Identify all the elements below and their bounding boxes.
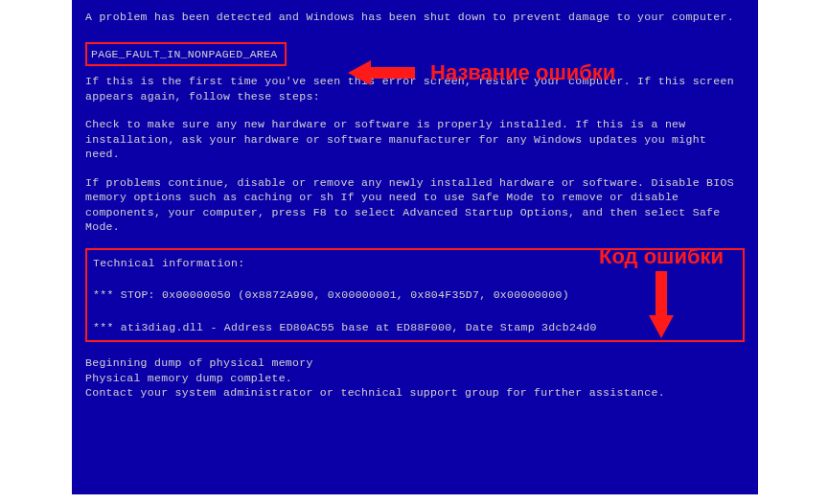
memory-dump-line-2: Physical memory dump complete. (85, 371, 745, 386)
annotation-error-code-label: Код ошибки (599, 244, 724, 269)
error-name-text: PAGE_FAULT_IN_NONPAGED_AREA (91, 48, 277, 60)
arrow-down-icon (647, 271, 676, 338)
bsod-instructions-3: If problems continue, disable or remove … (85, 175, 745, 235)
memory-dump-line-1: Beginning dump of physical memory (85, 355, 745, 371)
bsod-instructions-2: Check to make sure any new hardware or s… (85, 117, 745, 162)
arrow-left-icon (348, 58, 415, 87)
annotation-error-code: Код ошибки (599, 244, 724, 338)
annotation-error-name-label: Название ошибки (430, 60, 615, 85)
error-name-highlight-box: PAGE_FAULT_IN_NONPAGED_AREA (85, 42, 287, 67)
svg-marker-1 (649, 271, 674, 338)
annotation-error-name: Название ошибки (348, 58, 615, 87)
bsod-intro-text: A problem has been detected and Windows … (85, 10, 745, 25)
memory-dump-line-3: Contact your system administrator or tec… (85, 385, 745, 401)
svg-marker-0 (348, 60, 415, 85)
